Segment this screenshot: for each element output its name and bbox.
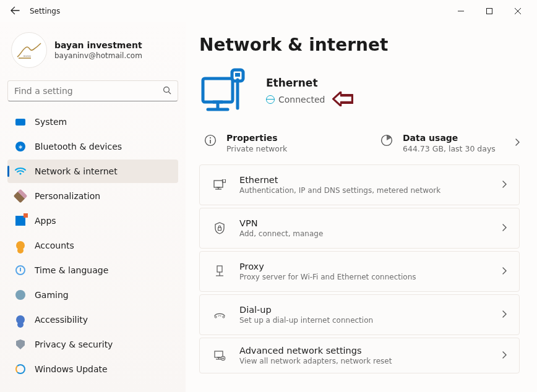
connection-status-row: Connected <box>266 92 353 108</box>
back-button[interactable] <box>5 6 25 17</box>
accounts-icon <box>15 240 26 251</box>
annotation-arrow-icon <box>332 92 353 108</box>
bluetooth-icon: ∗ <box>15 141 26 152</box>
settings-card-list: EthernetAuthentication, IP and DNS setti… <box>199 164 520 373</box>
chevron-right-icon <box>502 224 507 233</box>
wifi-icon <box>15 166 26 177</box>
svg-point-5 <box>19 173 21 174</box>
search-input[interactable] <box>14 86 163 96</box>
chevron-right-icon <box>502 310 507 320</box>
search-box[interactable] <box>7 80 178 101</box>
proxy-icon <box>213 265 226 278</box>
card-sub: Authentication, IP and DNS settings, met… <box>239 186 440 195</box>
svg-point-3 <box>164 87 170 92</box>
connection-name: Ethernet <box>266 77 353 89</box>
card-proxy[interactable]: ProxyProxy server for Wi-Fi and Ethernet… <box>199 251 520 292</box>
card-title: VPN <box>239 218 323 228</box>
connection-status: Connected <box>278 95 325 104</box>
close-button[interactable] <box>504 2 532 20</box>
gaming-icon <box>15 289 26 300</box>
sidebar-item-privacy[interactable]: Privacy & security <box>7 333 178 356</box>
nav-list: System ∗Bluetooth & devices Network & in… <box>7 110 178 381</box>
svg-point-28 <box>219 315 220 316</box>
svg-rect-23 <box>217 266 222 272</box>
window-title: Settings <box>30 7 60 15</box>
card-title: Advanced network settings <box>239 346 392 356</box>
sidebar-item-label: Bluetooth & devices <box>35 142 122 151</box>
properties-link[interactable]: Properties Private network <box>204 133 343 153</box>
sidebar-item-label: Time & language <box>35 265 108 275</box>
maximize-button[interactable] <box>475 2 504 20</box>
svg-rect-22 <box>218 228 221 231</box>
update-icon <box>15 364 26 375</box>
card-sub: Proxy server for Wi-Fi and Ethernet conn… <box>239 273 416 281</box>
card-title: Dial-up <box>239 305 373 315</box>
sidebar-item-accessibility[interactable]: Accessibility <box>7 308 178 331</box>
accessibility-icon <box>15 314 26 325</box>
card-dialup[interactable]: Dial-upSet up a dial-up internet connect… <box>199 294 520 335</box>
titlebar: Settings <box>0 0 537 22</box>
brush-icon <box>15 190 26 202</box>
chevron-right-icon <box>515 138 520 148</box>
properties-sub: Private network <box>226 144 287 153</box>
avatar: BAYAN <box>11 32 47 68</box>
sidebar-item-label: Network & internet <box>35 166 118 176</box>
svg-line-4 <box>168 92 171 94</box>
sidebar-item-gaming[interactable]: Gaming <box>7 283 178 307</box>
connection-hero: Ethernet Connected <box>199 66 520 118</box>
card-ethernet[interactable]: EthernetAuthentication, IP and DNS setti… <box>199 164 520 205</box>
sidebar-item-update[interactable]: Windows Update <box>7 357 178 381</box>
chevron-right-icon <box>502 351 507 360</box>
svg-point-30 <box>220 315 221 316</box>
chevron-right-icon <box>502 181 507 190</box>
system-icon <box>15 116 26 127</box>
svg-point-29 <box>218 315 219 316</box>
svg-text:BAYAN: BAYAN <box>24 55 31 58</box>
info-icon <box>204 134 218 148</box>
card-vpn[interactable]: VPNAdd, connect, manage <box>199 208 520 249</box>
svg-point-26 <box>215 316 217 318</box>
chevron-right-icon <box>502 267 507 276</box>
card-sub: Set up a dial-up internet connection <box>239 316 373 325</box>
globe-icon <box>266 95 275 104</box>
clock-icon <box>15 265 26 276</box>
shield-icon <box>15 339 26 350</box>
sidebar-item-personalization[interactable]: Personalization <box>7 184 178 208</box>
advanced-icon <box>213 349 226 362</box>
sidebar-item-label: Apps <box>35 216 56 226</box>
card-title: Ethernet <box>239 175 440 185</box>
sidebar-item-time[interactable]: Time & language <box>7 258 178 282</box>
svg-rect-31 <box>215 351 223 357</box>
sidebar: BAYAN bayan investment bayaninv@hotmail.… <box>0 22 186 392</box>
ethernet-monitor-icon <box>199 66 251 118</box>
sidebar-item-label: Windows Update <box>35 364 108 374</box>
sidebar-item-bluetooth[interactable]: ∗Bluetooth & devices <box>7 135 178 158</box>
properties-title: Properties <box>226 133 287 143</box>
apps-icon <box>15 215 26 226</box>
search-icon <box>163 86 171 96</box>
svg-rect-17 <box>214 181 223 187</box>
svg-point-14 <box>210 137 211 138</box>
sidebar-item-label: Accounts <box>35 241 74 250</box>
card-sub: View all network adapters, network reset <box>239 357 392 365</box>
data-usage-icon <box>380 134 394 148</box>
card-advanced[interactable]: Advanced network settingsView all networ… <box>199 338 520 373</box>
dialup-icon <box>213 309 226 321</box>
svg-rect-1 <box>487 9 492 14</box>
minimize-button[interactable] <box>447 2 475 20</box>
sidebar-item-system[interactable]: System <box>7 110 178 134</box>
page-title: Network & internet <box>199 35 520 55</box>
sidebar-item-accounts[interactable]: Accounts <box>7 234 178 257</box>
vpn-shield-icon <box>213 222 226 234</box>
data-usage-link[interactable]: Data usage 644.73 GB, last 30 days <box>380 133 520 153</box>
sidebar-item-apps[interactable]: Apps <box>7 209 178 232</box>
sidebar-item-network[interactable]: Network & internet <box>7 160 178 183</box>
data-usage-title: Data usage <box>403 133 496 143</box>
user-block[interactable]: BAYAN bayan investment bayaninv@hotmail.… <box>7 27 178 77</box>
svg-point-27 <box>223 316 225 318</box>
svg-rect-12 <box>235 73 240 77</box>
sidebar-item-label: Privacy & security <box>35 339 113 349</box>
sidebar-item-label: System <box>35 117 67 127</box>
ethernet-icon <box>213 179 226 191</box>
main-panel: Network & internet Ethernet Connected <box>186 22 537 392</box>
